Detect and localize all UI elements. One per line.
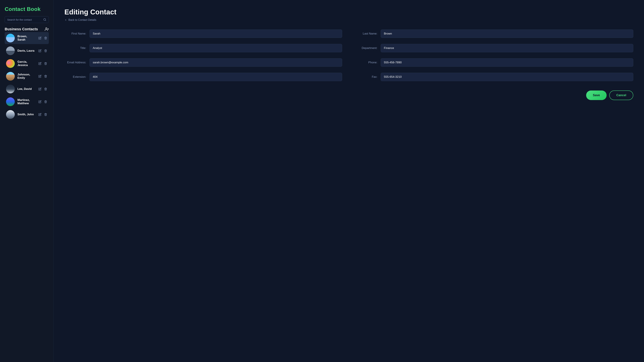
- edit-icon: [38, 62, 42, 65]
- contact-item[interactable]: Martinez, Matthew: [5, 96, 49, 108]
- contact-avatar: [6, 34, 15, 42]
- trash-icon: [44, 75, 47, 78]
- trash-icon: [44, 87, 47, 90]
- edit-icon: [38, 113, 42, 116]
- last-name-label: Last Name:: [356, 32, 377, 35]
- delete-contact-button[interactable]: [44, 87, 48, 91]
- fax-input[interactable]: [381, 73, 633, 81]
- email-input[interactable]: [90, 58, 342, 67]
- extension-input[interactable]: [90, 73, 342, 81]
- add-person-icon: [45, 27, 49, 31]
- chevron-left-icon: [64, 18, 67, 21]
- extension-label: Extension:: [64, 75, 86, 79]
- contact-item[interactable]: Smith, John: [5, 108, 49, 120]
- contact-item[interactable]: Davis, Laura: [5, 45, 49, 57]
- edit-icon: [38, 36, 42, 39]
- department-label: Department:: [356, 46, 377, 50]
- back-link-text: Back to Contact Details: [68, 18, 96, 21]
- edit-contact-button[interactable]: [38, 113, 42, 116]
- contact-name: Brown, Sarah: [18, 35, 36, 41]
- first-name-row: First Name:: [64, 29, 342, 38]
- contact-name: Martinez, Matthew: [18, 98, 36, 105]
- edit-contact-button[interactable]: [38, 74, 42, 78]
- phone-label: Phone:: [356, 61, 377, 64]
- email-row: Email Address:: [64, 58, 342, 67]
- section-title: Business Contacts: [5, 27, 38, 31]
- contact-actions: [38, 49, 48, 53]
- delete-contact-button[interactable]: [44, 74, 48, 78]
- trash-icon: [44, 36, 47, 39]
- contacts-section: Business Contacts Brown, Sarah: [5, 27, 49, 120]
- department-input[interactable]: [381, 44, 633, 52]
- delete-contact-button[interactable]: [44, 100, 48, 104]
- contact-name: Garcia, Jessica: [18, 60, 36, 67]
- contact-name: Davis, Laura: [18, 49, 36, 52]
- title-input[interactable]: [90, 44, 342, 52]
- fax-label: Fax:: [356, 75, 377, 79]
- form-actions: Save Cancel: [64, 90, 633, 100]
- contact-actions: [38, 62, 48, 65]
- back-link[interactable]: Back to Contact Details: [64, 18, 96, 21]
- edit-form: First Name: Last Name: Title: Department…: [64, 29, 633, 100]
- contact-item[interactable]: Lee, David: [5, 83, 49, 95]
- extension-row: Extension:: [64, 73, 342, 81]
- contact-actions: [38, 36, 48, 40]
- search-icon: [43, 18, 46, 21]
- sidebar: Contact Book Business Contacts: [0, 0, 54, 362]
- edit-contact-button[interactable]: [38, 87, 42, 91]
- contact-item[interactable]: Johnson, Emily: [5, 70, 49, 82]
- contact-avatar: [6, 59, 15, 68]
- contact-actions: [38, 113, 48, 116]
- svg-point-2: [46, 28, 47, 29]
- page-title: Editing Contact: [64, 8, 633, 16]
- edit-icon: [38, 87, 42, 90]
- delete-contact-button[interactable]: [44, 49, 48, 53]
- search-input[interactable]: [7, 18, 42, 21]
- contact-avatar: [6, 46, 15, 55]
- save-button[interactable]: Save: [586, 90, 606, 100]
- cancel-button[interactable]: Cancel: [609, 90, 633, 100]
- search-button[interactable]: [43, 18, 46, 21]
- first-name-input[interactable]: [90, 29, 342, 38]
- contact-name: Smith, John: [18, 113, 36, 116]
- contact-name: Johnson, Emily: [18, 73, 36, 80]
- phone-input[interactable]: [381, 58, 633, 67]
- last-name-input[interactable]: [381, 29, 633, 38]
- contact-item[interactable]: Garcia, Jessica: [5, 57, 49, 69]
- svg-line-1: [45, 20, 46, 21]
- trash-icon: [44, 49, 47, 52]
- add-contact-button[interactable]: [45, 27, 49, 31]
- phone-row: Phone:: [356, 58, 633, 67]
- department-row: Department:: [356, 44, 633, 52]
- contact-actions: [38, 87, 48, 91]
- contact-avatar: [6, 97, 15, 106]
- title-label: Title:: [64, 46, 86, 50]
- edit-contact-button[interactable]: [38, 36, 42, 40]
- first-name-label: First Name:: [64, 32, 86, 35]
- delete-contact-button[interactable]: [44, 62, 48, 65]
- edit-icon: [38, 75, 42, 78]
- trash-icon: [44, 62, 47, 65]
- contact-avatar: [6, 72, 15, 81]
- title-row: Title:: [64, 44, 342, 52]
- last-name-row: Last Name:: [356, 29, 633, 38]
- edit-contact-button[interactable]: [38, 62, 42, 65]
- section-header: Business Contacts: [5, 27, 49, 31]
- delete-contact-button[interactable]: [44, 36, 48, 40]
- app-title: Contact Book: [5, 6, 49, 12]
- trash-icon: [44, 100, 47, 103]
- contact-actions: [38, 74, 48, 78]
- edit-icon: [38, 100, 42, 103]
- contact-avatar: [6, 85, 15, 93]
- contact-list: Brown, Sarah: [5, 32, 49, 120]
- edit-contact-button[interactable]: [38, 100, 42, 104]
- search-bar: [5, 16, 49, 23]
- trash-icon: [44, 113, 47, 116]
- edit-icon: [38, 49, 42, 52]
- contact-item[interactable]: Brown, Sarah: [5, 32, 49, 44]
- edit-contact-button[interactable]: [38, 49, 42, 53]
- fax-row: Fax:: [356, 73, 633, 81]
- delete-contact-button[interactable]: [44, 113, 48, 116]
- main-content: Editing Contact Back to Contact Details …: [54, 0, 644, 362]
- contact-avatar: [6, 110, 15, 119]
